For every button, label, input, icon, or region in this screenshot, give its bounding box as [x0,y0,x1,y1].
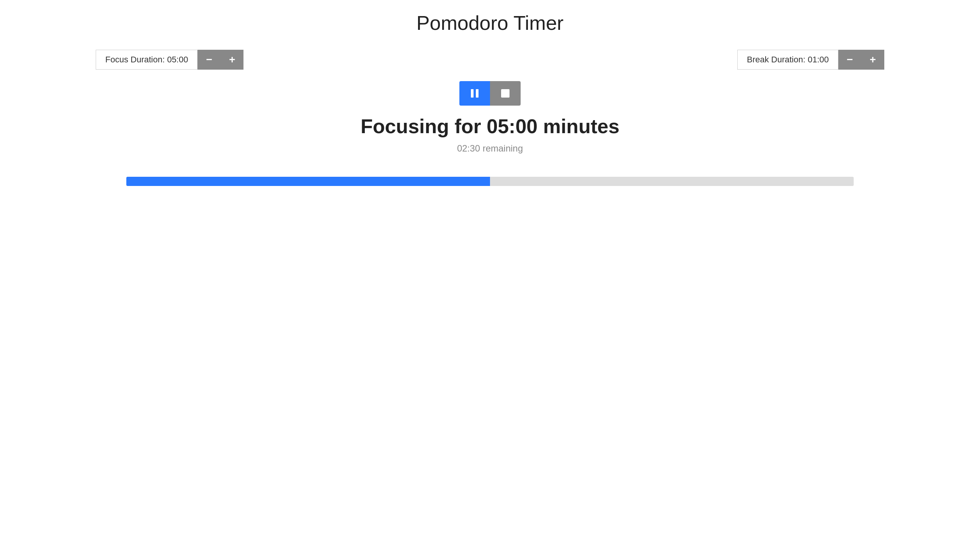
stop-icon [501,89,510,98]
stop-button[interactable] [490,81,521,106]
focusing-text: Focusing for 05:00 minutes [361,115,619,138]
pause-icon [471,89,479,98]
pause-button[interactable] [459,81,490,106]
progress-bar-fill [126,177,490,186]
playback-controls [459,81,521,106]
app-title: Pomodoro Timer [416,11,564,34]
remaining-text: 02:30 remaining [457,143,523,154]
break-increase-button[interactable]: + [861,50,884,70]
focus-duration-control: Focus Duration: 05:00 − + [96,50,243,70]
break-duration-control: Break Duration: 01:00 − + [737,50,884,70]
progress-bar-container [126,177,854,186]
focus-decrease-button[interactable]: − [198,50,220,70]
focus-duration-label: Focus Duration: 05:00 [96,50,198,70]
timer-section: Focusing for 05:00 minutes 02:30 remaini… [361,81,619,165]
app-container: Pomodoro Timer Focus Duration: 05:00 − +… [0,0,980,551]
break-decrease-button[interactable]: − [838,50,861,70]
controls-row: Focus Duration: 05:00 − + Break Duration… [0,50,980,70]
break-duration-label: Break Duration: 01:00 [737,50,838,70]
focus-increase-button[interactable]: + [220,50,243,70]
